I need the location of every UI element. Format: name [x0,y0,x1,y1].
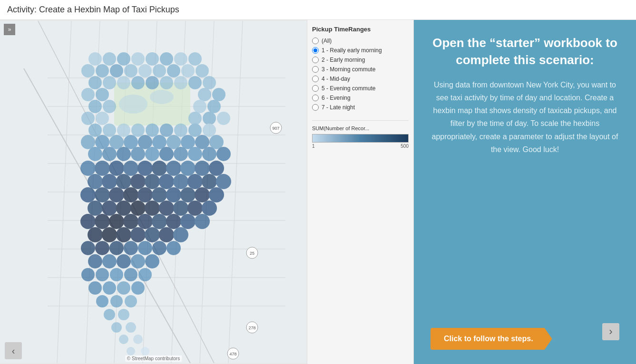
svg-point-122 [137,187,153,202]
filter-label-3: 3 - Morning commute [322,66,375,73]
svg-point-110 [116,174,131,189]
page-title: Activity: Create a Hexbin Map of Taxi Pi… [0,0,636,20]
radio-all[interactable] [312,38,319,44]
svg-point-138 [95,214,110,229]
svg-point-173 [131,281,145,295]
map-credit: © StreetMap contributors [125,355,182,362]
map-panel: » [0,20,307,364]
svg-point-167 [110,268,123,281]
info-content: Open the “starter” workbook to complete … [431,34,619,156]
svg-point-153 [81,241,95,255]
svg-point-83 [152,135,166,149]
svg-point-86 [195,135,209,149]
svg-point-37 [188,52,202,66]
svg-point-142 [152,214,167,229]
svg-point-85 [181,135,195,149]
svg-point-36 [174,52,187,66]
svg-point-137 [80,214,96,229]
svg-point-175 [110,295,123,307]
main-container: » [0,20,636,364]
svg-text:907: 907 [272,126,279,131]
svg-point-166 [96,268,109,281]
svg-point-75 [174,124,187,137]
legend-max: 500 [401,144,409,149]
svg-point-69 [88,124,102,137]
svg-point-140 [123,214,138,229]
svg-point-139 [109,214,124,229]
svg-point-148 [116,227,131,242]
svg-point-177 [104,309,115,320]
svg-point-102 [137,161,153,176]
svg-point-96 [202,147,216,161]
filter-label-6: 6 - Evening [322,95,351,101]
radio-4[interactable] [312,76,319,82]
svg-point-88 [88,147,102,161]
filter-option-all[interactable]: (All) [312,38,409,44]
svg-point-99 [95,161,110,176]
svg-point-126 [195,187,210,202]
svg-point-147 [102,227,117,242]
filter-option-4[interactable]: 4 - Mid-day [312,76,409,82]
svg-point-146 [88,227,103,242]
svg-point-41 [124,64,137,77]
svg-point-61 [103,100,116,113]
svg-point-77 [203,124,216,137]
svg-point-39 [96,64,109,77]
svg-point-127 [209,187,224,202]
cta-button[interactable]: Click to follow the steps. [431,328,552,350]
svg-point-113 [159,174,174,189]
svg-point-118 [80,187,96,202]
filter-option-2[interactable]: 2 - Early morning [312,57,409,63]
svg-point-84 [166,135,181,149]
filter-title: Pickup TimeRanges [312,26,409,33]
svg-text:278: 278 [248,326,255,330]
filter-label-1: 1 - Really early morning [322,47,382,54]
svg-point-32 [117,52,130,66]
svg-point-134 [173,201,188,216]
svg-point-120 [109,187,124,202]
svg-point-40 [110,64,123,77]
svg-point-78 [81,135,95,149]
svg-point-176 [125,295,137,307]
svg-point-34 [146,52,159,66]
svg-point-163 [131,254,145,268]
filter-option-3[interactable]: 3 - Morning commute [312,66,409,73]
svg-point-130 [116,201,131,216]
svg-point-157 [138,241,152,255]
svg-point-93 [159,147,174,161]
radio-2[interactable] [312,57,319,63]
svg-point-150 [145,227,160,242]
svg-point-156 [124,241,138,255]
svg-point-97 [216,147,231,161]
svg-point-108 [88,174,103,189]
filter-option-5[interactable]: 5 - Evening commute [312,85,409,92]
svg-point-55 [203,76,216,89]
svg-text:478: 478 [229,352,236,356]
map-toggle-button[interactable]: » [4,24,15,35]
svg-point-178 [118,309,129,320]
svg-point-54 [188,76,202,89]
radio-1[interactable] [312,47,319,54]
svg-point-91 [131,147,145,161]
svg-point-165 [81,268,95,281]
filter-label-5: 5 - Evening commute [322,85,375,92]
svg-point-159 [166,241,181,255]
filter-option-6[interactable]: 6 - Evening [312,95,409,101]
svg-point-79 [95,135,109,149]
svg-point-128 [88,201,103,216]
radio-5[interactable] [312,85,319,92]
svg-point-184 [141,347,149,355]
radio-6[interactable] [312,95,319,101]
filter-option-7[interactable]: 7 - Late night [312,104,409,111]
svg-point-58 [198,88,211,101]
next-arrow-button[interactable]: › [602,323,619,340]
prev-arrow-button[interactable]: ‹ [5,342,22,359]
svg-point-149 [130,227,146,242]
svg-point-64 [81,112,95,125]
svg-point-155 [109,241,124,255]
radio-7[interactable] [312,104,319,111]
filter-option-1[interactable]: 1 - Really early morning [312,47,409,54]
radio-3[interactable] [312,66,319,73]
svg-point-21 [150,90,174,104]
svg-point-125 [180,187,196,202]
